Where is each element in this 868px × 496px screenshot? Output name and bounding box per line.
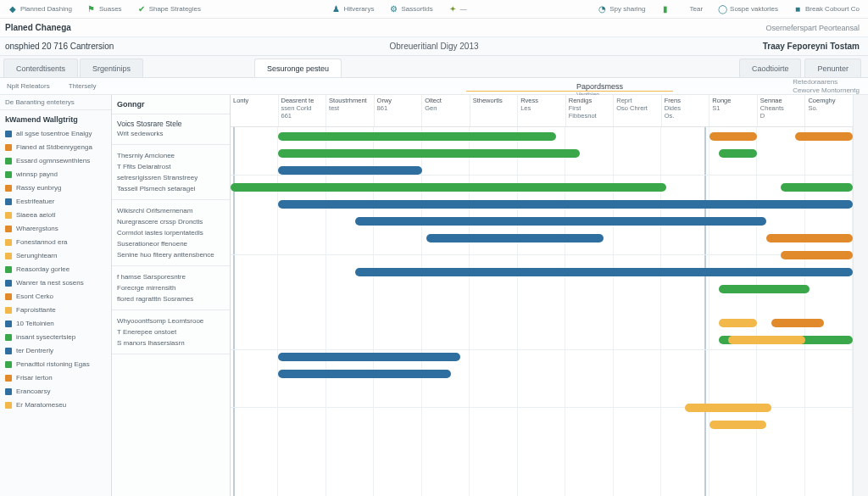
panel-line: Senine huo fiteery anttensbence [117, 249, 225, 260]
sidebar-item-label: Serunghtearn [16, 251, 57, 261]
color-swatch [5, 334, 12, 341]
metrics-link[interactable]: Retedoraarens [793, 78, 860, 86]
page-title: Planed Chanega [0, 23, 71, 32]
topbar-item[interactable]: ▮ [661, 5, 670, 14]
sidebar-item[interactable]: Reasorday gorlee [0, 263, 111, 276]
sidebar: De Baranting enteterys kWamend Wallgtrit… [0, 95, 112, 496]
tabs-row: Conterdtisents Srgentinips Sesuronge pes… [0, 56, 868, 78]
gantt-bar[interactable] [719, 285, 810, 293]
gantt-bar[interactable] [355, 217, 767, 226]
sidebar-item[interactable]: Siaeea aeiotl [0, 209, 111, 222]
sidebar-item[interactable]: Frisar lerton [0, 371, 111, 385]
color-swatch [5, 402, 12, 409]
tab-caodtioirte[interactable]: Caodtioirte [739, 59, 802, 77]
sidebar-item-label: all sgse tosentroe Enalgy [16, 129, 92, 139]
sidebar-item-label: Penadttol ristoning Egas [16, 359, 90, 370]
task-panel: Gonngr Voics Stosrare SteleWrit sedework… [112, 95, 231, 496]
gantt-bar[interactable] [355, 268, 853, 276]
col-line: Oso Chrert [616, 104, 659, 112]
metric-label: Nplt Releators [7, 82, 50, 90]
topbar-item[interactable]: ■Break Cobourt Co [793, 5, 860, 14]
col-line: 861 [377, 104, 420, 112]
gantt-bar[interactable] [685, 404, 771, 412]
sidebar-item[interactable]: Er Maratomeseu [0, 398, 111, 412]
topbar-label: Tear [690, 5, 704, 13]
panel-group: f hamse SarsporesntreForecrge mirrensith… [112, 266, 230, 310]
gantt-bar[interactable] [781, 183, 853, 192]
gantt-bar[interactable] [709, 421, 767, 429]
metrics-link[interactable]: Ceworve Montornentg [793, 86, 860, 95]
gantt-bar[interactable] [426, 234, 604, 242]
gantt-bar[interactable] [766, 234, 853, 242]
tab-center-active[interactable]: Sesuronge pesteu [254, 59, 342, 77]
sidebar-item[interactable]: ter Dentrerly [0, 344, 111, 358]
gantt-bar[interactable] [278, 149, 580, 158]
sidebar-list: all sgse tosentroe EnalgyFianed at Stdbe… [0, 125, 111, 414]
col-line: Coemghy [808, 97, 850, 104]
topbar-item[interactable]: Tear [690, 5, 704, 13]
sidebar-item[interactable]: Penadttol ristoning Egas [0, 358, 111, 371]
gantt-bar[interactable] [709, 132, 757, 141]
sidebar-item[interactable]: Faproisttante [0, 304, 111, 317]
sidebar-item[interactable]: Serunghtearn [0, 249, 111, 263]
color-swatch [5, 212, 12, 219]
topbar-item[interactable]: ♟Hitverarys [331, 5, 374, 14]
panel-head: Gonngr [112, 95, 230, 114]
topbar-item[interactable]: ✦— [448, 5, 467, 14]
circle-icon: ◯ [718, 5, 726, 14]
timeline-column: Deasrent tessen Corld661 [279, 95, 327, 126]
tab-penunter[interactable]: Penunter [804, 59, 861, 77]
sidebar-item[interactable]: 10 Teitoinien [0, 317, 111, 331]
topbar-item[interactable]: ⚙Sassortids [389, 5, 432, 14]
sidebar-item[interactable]: insant sysectertsiep [0, 331, 111, 344]
header-subtitle: Oserneferspart Peorteansal [765, 24, 868, 32]
color-swatch [5, 131, 12, 137]
gantt-bar[interactable] [278, 200, 853, 209]
gantt-bar[interactable] [278, 166, 421, 175]
sidebar-item[interactable]: Esont Cerko [0, 290, 111, 304]
sidebar-item[interactable]: Wharergstons [0, 222, 111, 236]
color-swatch [5, 185, 12, 192]
timeline-column: Lonty [231, 95, 279, 126]
gantt-bar[interactable] [278, 370, 450, 378]
gantt-bar[interactable] [278, 132, 555, 141]
gantt-bar[interactable] [771, 319, 824, 327]
sidebar-item[interactable]: Eestrifeatuer [0, 195, 111, 209]
row-divider [231, 175, 853, 176]
sidebar-item[interactable]: Fianed at Stdbenrygenga [0, 141, 111, 154]
sidebar-item[interactable]: Wanrer ta nest sosens [0, 276, 111, 290]
topbar-item[interactable]: ◆Planned Dashing [8, 5, 72, 14]
gantt-bar[interactable] [728, 336, 804, 344]
sidebar-item[interactable]: Rassy eunbryg [0, 181, 111, 195]
topbar-item[interactable]: ◯Sospe vaktories [718, 5, 778, 14]
sidebar-item[interactable]: Fonestannod era [0, 236, 111, 249]
sidebar-item-label: Wanrer ta nest sosens [16, 278, 84, 288]
sidebar-item[interactable]: all sgse tosentroe Enalgy [0, 127, 111, 141]
topbar-label: Shape Strategies [149, 5, 201, 13]
topbar-item[interactable]: ⚑Suases [87, 5, 122, 14]
sidebar-head: De Baranting enteterys [0, 95, 111, 110]
panel-line: Thesrniy Amclonee [117, 150, 225, 161]
tab-srgentinips[interactable]: Srgentinips [80, 59, 143, 77]
topbar-item[interactable]: ✔Shape Strategies [137, 5, 201, 14]
col-line: Sennae [760, 97, 803, 104]
gantt-bar[interactable] [719, 149, 757, 158]
topbar-item[interactable]: ◔Spy sharing [598, 5, 645, 14]
gantt-bar[interactable] [231, 183, 666, 192]
gantt-bar[interactable] [278, 353, 460, 361]
tab-contendents[interactable]: Conterdtisents [3, 59, 78, 77]
gantt-bar[interactable] [781, 251, 853, 259]
gantt-bar[interactable] [795, 132, 853, 141]
color-swatch [5, 293, 12, 300]
sidebar-item[interactable]: Essard ogmnsewnthlens [0, 154, 111, 168]
sidebar-item[interactable]: winnsp paynd [0, 168, 111, 181]
topbar-left-group: ◆Planned Dashing ⚑Suases ✔Shape Strategi… [8, 5, 201, 14]
sidebar-item[interactable]: Erancoarsy [0, 385, 111, 398]
clock-icon: ◔ [598, 5, 606, 14]
col-line: Rvess [520, 97, 563, 104]
col-line: Les [520, 104, 563, 112]
gantt-bar[interactable] [719, 319, 757, 327]
timeline-column: Stoustrhmenttest [326, 95, 375, 126]
color-swatch [5, 239, 12, 246]
color-swatch [5, 266, 12, 273]
